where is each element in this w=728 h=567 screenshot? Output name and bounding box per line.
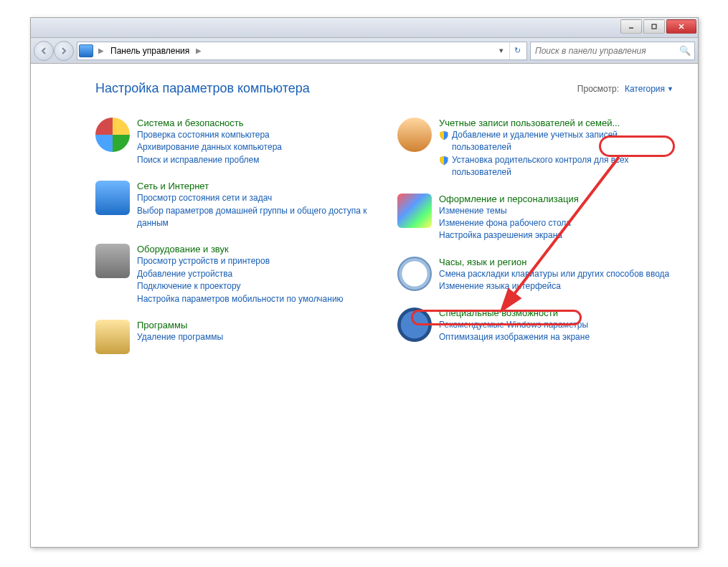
category-link[interactable]: Выбор параметров домашней группы и общег… bbox=[137, 205, 376, 230]
category-programs: Программы Удаление программы bbox=[95, 320, 376, 354]
category-clock-language-region: Часы, язык и регион Смена раскладки клав… bbox=[397, 257, 678, 293]
clock-icon bbox=[397, 257, 432, 291]
search-box[interactable]: 🔍 bbox=[530, 42, 695, 60]
category-link[interactable]: Архивирование данных компьютера bbox=[137, 141, 376, 153]
category-link[interactable]: Изменение фона рабочего стола bbox=[439, 217, 678, 229]
close-button[interactable] bbox=[666, 19, 696, 34]
category-link[interactable]: Удаление программы bbox=[137, 331, 376, 343]
appearance-icon bbox=[397, 194, 432, 228]
minimize-button[interactable] bbox=[620, 19, 642, 34]
category-link[interactable]: Просмотр устройств и принтеров bbox=[137, 255, 376, 267]
titlebar bbox=[31, 18, 698, 38]
category-link[interactable]: Изменение языка интерфейса bbox=[439, 280, 678, 292]
category-link[interactable]: Настройка параметров мобильности по умол… bbox=[137, 293, 376, 305]
category-link[interactable]: Добавление устройства bbox=[137, 268, 376, 280]
nav-back-button[interactable] bbox=[34, 41, 54, 61]
category-title[interactable]: Оборудование и звук bbox=[137, 244, 376, 254]
category-title[interactable]: Программы bbox=[137, 320, 376, 330]
category-hardware-sound: Оборудование и звук Просмотр устройств и… bbox=[95, 244, 376, 305]
users-icon bbox=[397, 118, 432, 152]
category-title[interactable]: Система и безопасность bbox=[137, 118, 376, 128]
category-network-internet: Сеть и Интернет Просмотр состояния сети … bbox=[95, 181, 376, 229]
category-link[interactable]: Рекомендуемые Windows параметры bbox=[439, 319, 678, 331]
breadcrumb-text[interactable]: Панель управления bbox=[109, 46, 191, 56]
system-security-icon bbox=[95, 118, 130, 152]
programs-icon bbox=[95, 320, 130, 354]
category-appearance: Оформление и персонализация Изменение те… bbox=[397, 194, 678, 242]
category-link[interactable]: Подключение к проектору bbox=[137, 280, 376, 292]
history-dropdown-button[interactable]: ▾ bbox=[493, 42, 509, 59]
shield-icon bbox=[439, 130, 449, 140]
category-system-security: Система и безопасность Проверка состояни… bbox=[95, 118, 376, 166]
ease-of-access-icon bbox=[397, 308, 432, 342]
category-link[interactable]: Оптимизация изображения на экране bbox=[439, 331, 678, 343]
category-link[interactable]: Просмотр состояния сети и задач bbox=[137, 192, 376, 204]
nav-forward-button[interactable] bbox=[54, 41, 74, 61]
view-mode-dropdown[interactable]: Категория ▼ bbox=[620, 82, 678, 95]
category-title[interactable]: Сеть и Интернет bbox=[137, 181, 376, 191]
category-link[interactable]: Добавление и удаление учетных записей по… bbox=[452, 129, 678, 154]
search-icon: 🔍 bbox=[679, 45, 691, 56]
category-user-accounts: Учетные записи пользователей и семей... … bbox=[397, 118, 678, 179]
view-mode-value: Категория bbox=[625, 84, 665, 94]
view-label: Просмотр: bbox=[577, 84, 619, 94]
svg-rect-1 bbox=[652, 24, 656, 29]
maximize-button[interactable] bbox=[643, 19, 665, 34]
content-pane: Настройка параметров компьютера Просмотр… bbox=[31, 64, 698, 547]
breadcrumb[interactable]: ▶ Панель управления ▶ ▾ ↻ bbox=[77, 42, 527, 60]
right-column: Учетные записи пользователей и семей... … bbox=[397, 118, 678, 354]
category-link[interactable]: Проверка состояния компьютера bbox=[137, 129, 376, 141]
screen-resolution-link[interactable]: Настройка разрешения экрана bbox=[439, 229, 678, 242]
category-link[interactable]: Поиск и исправление проблем bbox=[137, 154, 376, 166]
category-title[interactable]: Учетные записи пользователей и семей... bbox=[439, 118, 678, 128]
category-link[interactable]: Установка родительского контроля для все… bbox=[452, 154, 678, 179]
category-link[interactable]: Смена раскладки клавиатуры или других сп… bbox=[439, 268, 678, 280]
search-input[interactable] bbox=[534, 45, 679, 57]
chevron-right-icon: ▶ bbox=[194, 47, 204, 54]
control-panel-window: ▶ Панель управления ▶ ▾ ↻ 🔍 Настройка па… bbox=[30, 17, 699, 548]
address-bar: ▶ Панель управления ▶ ▾ ↻ 🔍 bbox=[31, 38, 698, 64]
category-title[interactable]: Специальные возможности bbox=[439, 308, 678, 318]
category-title[interactable]: Оформление и персонализация bbox=[439, 194, 678, 204]
shield-icon bbox=[439, 156, 449, 166]
category-ease-of-access: Специальные возможности Рекомендуемые Wi… bbox=[397, 308, 678, 344]
network-icon bbox=[95, 181, 130, 215]
page-title: Настройка параметров компьютера bbox=[95, 81, 310, 96]
refresh-button[interactable]: ↻ bbox=[509, 42, 525, 59]
hardware-icon bbox=[95, 244, 130, 278]
category-title[interactable]: Часы, язык и регион bbox=[439, 257, 678, 267]
control-panel-icon bbox=[79, 44, 93, 57]
left-column: Система и безопасность Проверка состояни… bbox=[95, 118, 376, 354]
category-link[interactable]: Изменение темы bbox=[439, 205, 678, 217]
chevron-down-icon: ▼ bbox=[667, 85, 673, 92]
chevron-right-icon: ▶ bbox=[96, 47, 106, 54]
